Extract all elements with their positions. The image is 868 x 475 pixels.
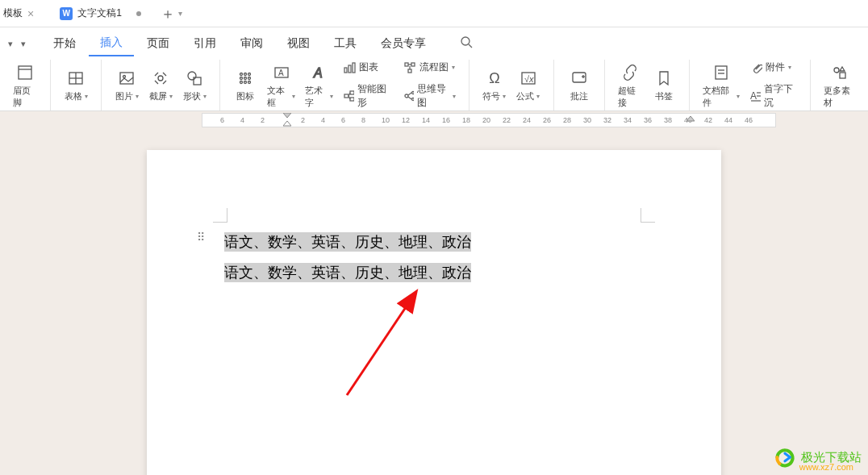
word-file-icon: W (60, 7, 73, 20)
svg-point-9 (158, 76, 163, 81)
svg-point-15 (240, 77, 243, 80)
attachment-button[interactable]: 附件▾ (745, 58, 803, 77)
flowchart-button[interactable]: 流程图▾ (399, 58, 461, 77)
picture-button[interactable]: 图片 (110, 66, 144, 104)
search-button[interactable] (452, 31, 481, 56)
svg-rect-29 (350, 98, 354, 101)
menu-bar: ▾ ▾ 开始 插入 页面 引用 审阅 视图 工具 会员专享 (0, 27, 868, 60)
svg-point-13 (244, 73, 247, 76)
tab-label: 模板 (3, 6, 23, 20)
svg-line-1 (469, 44, 472, 48)
right-indent-marker[interactable] (686, 116, 695, 124)
selected-text-line2[interactable]: 语文、数学、英语、历史、地理、政治 (224, 263, 471, 282)
unsaved-dot-icon (136, 11, 141, 16)
picture-icon (118, 69, 136, 87)
smartart-button[interactable]: 智能图形 (338, 80, 394, 112)
tab-label: 文字文稿1 (77, 6, 122, 20)
svg-rect-34 (408, 69, 411, 73)
tab-template[interactable]: 模板 × (0, 2, 44, 25)
svg-point-0 (461, 37, 469, 45)
undo-dropdown-icon[interactable]: ▾ (6, 37, 15, 51)
ruler-area: 6 4 2 2 4 6 8 10 12 14 16 18 20 22 24 26… (0, 111, 868, 131)
svg-line-40 (408, 93, 411, 95)
header-footer-button[interactable]: 眉页脚 (8, 60, 42, 110)
shape-icon (186, 69, 203, 87)
svg-rect-33 (411, 63, 415, 66)
svg-rect-28 (350, 91, 354, 94)
hyperlink-button[interactable]: 超链接 (613, 60, 647, 110)
mindmap-button[interactable]: 思维导图▾ (399, 80, 461, 112)
flowchart-icon (403, 61, 416, 74)
chart-button[interactable]: 图表 (338, 58, 394, 77)
svg-point-20 (248, 81, 251, 84)
horizontal-ruler[interactable]: 6 4 2 2 4 6 8 10 12 14 16 18 20 22 24 26… (202, 113, 776, 127)
add-tab-button[interactable]: ＋▾ (161, 4, 182, 23)
drag-handle-icon[interactable]: ⠿ (197, 231, 203, 244)
bookmark-icon (655, 69, 673, 87)
tab-bar: 模板 × W 文字文稿1 ＋▾ (0, 0, 868, 27)
textbox-button[interactable]: A 文本框 (262, 60, 300, 110)
menu-insert[interactable]: 插入 (89, 31, 134, 56)
svg-point-17 (248, 77, 251, 80)
menu-page[interactable]: 页面 (136, 31, 181, 56)
menu-review[interactable]: 审阅 (229, 31, 274, 56)
tab-document[interactable]: W 文字文稿1 (50, 2, 151, 25)
symbol-button[interactable]: Ω 符号 (478, 66, 511, 104)
close-icon[interactable]: × (27, 7, 34, 20)
svg-line-30 (348, 93, 350, 96)
dropcap-button[interactable]: A 首字下沉 (745, 80, 803, 112)
menu-reference[interactable]: 引用 (182, 31, 227, 56)
svg-rect-27 (344, 94, 348, 98)
comment-icon (570, 69, 588, 87)
document-page[interactable]: ⠿ 语文、数学、英语、历史、地理、政治 语文、数学、英语、历史、地理、政治 (147, 150, 721, 475)
redo-dropdown-icon[interactable]: ▾ (19, 37, 27, 51)
icon-button[interactable]: 图标 (228, 66, 262, 104)
margin-corner-tr (641, 208, 655, 223)
header-footer-icon (16, 64, 34, 81)
screenshot-button[interactable]: 截屏 (144, 66, 177, 104)
svg-point-14 (248, 73, 251, 76)
svg-point-18 (240, 81, 243, 84)
comment-button[interactable]: 批注 (562, 66, 596, 104)
wordart-button[interactable]: A 艺术字 (300, 60, 338, 110)
equation-button[interactable]: √x 公式 (511, 66, 545, 104)
smartart-icon (343, 90, 354, 102)
svg-point-19 (244, 81, 247, 84)
svg-point-38 (411, 92, 414, 94)
svg-point-8 (123, 76, 126, 78)
hanging-indent-marker[interactable] (283, 121, 291, 127)
svg-point-16 (244, 77, 247, 80)
svg-point-54 (834, 68, 839, 73)
omega-icon: Ω (489, 68, 499, 89)
watermark-logo-icon (772, 444, 798, 470)
more-elements-button[interactable]: 更多素材 (819, 60, 860, 110)
selected-text-line1[interactable]: 语文、数学、英语、历史、地理、政治 (224, 232, 471, 252)
menu-start[interactable]: 开始 (42, 31, 87, 56)
svg-text:A: A (278, 69, 284, 77)
watermark-url: www.xz7.com (799, 462, 853, 472)
grid-icon (236, 69, 254, 87)
mindmap-icon (403, 90, 414, 102)
svg-line-31 (348, 96, 350, 99)
svg-point-12 (240, 73, 243, 76)
menu-view[interactable]: 视图 (276, 31, 321, 56)
paperclip-icon (749, 61, 762, 74)
table-button[interactable]: 表格 (59, 66, 93, 104)
docparts-icon (712, 64, 730, 81)
docparts-button[interactable]: 文档部件 (698, 60, 745, 110)
svg-rect-32 (405, 63, 408, 66)
menu-member[interactable]: 会员专享 (369, 31, 437, 56)
svg-text:A: A (750, 90, 757, 102)
wordart-icon: A (311, 64, 328, 81)
bookmark-button[interactable]: 书签 (647, 66, 681, 104)
chevron-down-icon: ▾ (178, 9, 182, 18)
first-line-indent-marker[interactable] (283, 113, 291, 119)
menu-tools[interactable]: 工具 (323, 31, 368, 56)
margin-corner-tl (213, 208, 227, 223)
svg-text:A: A (313, 66, 323, 80)
svg-point-10 (188, 72, 196, 80)
svg-rect-47 (716, 66, 727, 79)
svg-line-41 (408, 97, 411, 99)
shape-button[interactable]: 形状 (177, 66, 211, 104)
svg-rect-55 (840, 73, 845, 78)
